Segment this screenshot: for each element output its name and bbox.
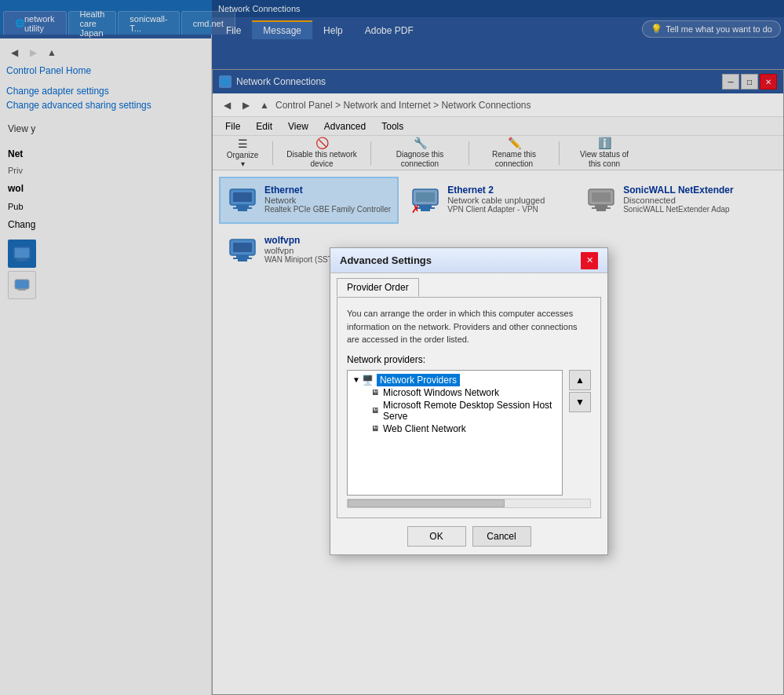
tree-child-2[interactable]: 🖥 Web Client Network (368, 422, 557, 435)
dialog-close-btn[interactable]: ✕ (581, 252, 598, 269)
ok-btn[interactable]: OK (407, 526, 466, 547)
providers-label: Network providers: (347, 354, 591, 365)
tree-root-row: ▼ 🖥️ Network Providers (352, 374, 557, 386)
providers-area: ▼ 🖥️ Network Providers 🖥 Microsoft Windo… (347, 370, 591, 496)
tree-view[interactable]: ▼ 🖥️ Network Providers 🖥 Microsoft Windo… (347, 370, 563, 496)
tree-root-label: Network Providers (380, 375, 457, 386)
dialog-footer: OK Cancel (330, 518, 607, 554)
tree-expand-icon[interactable]: ▼ (352, 375, 360, 384)
move-up-btn[interactable]: ▲ (569, 370, 591, 390)
tree-child-1[interactable]: 🖥 Microsoft Remote Desktop Session Host … (368, 399, 557, 422)
dialog-title-text: Advanced Settings (340, 254, 432, 266)
dialog-tabs: Provider Order (330, 273, 607, 297)
tree-child-1-label: Microsoft Remote Desktop Session Host Se… (383, 400, 554, 422)
scrollbar-thumb[interactable] (348, 499, 505, 507)
advanced-settings-dialog: Advanced Settings ✕ Provider Order You c… (330, 247, 608, 555)
tree-child-0[interactable]: 🖥 Microsoft Windows Network (368, 386, 557, 399)
dialog-body: You can arrange the order in which this … (337, 297, 601, 518)
tree-child-1-icon: 🖥 (371, 406, 379, 415)
tree-child-0-label: Microsoft Windows Network (383, 387, 499, 398)
tree-root: ▼ 🖥️ Network Providers 🖥 Microsoft Windo… (349, 372, 560, 437)
tree-children: 🖥 Microsoft Windows Network 🖥 Microsoft … (352, 386, 557, 435)
tree-folder-icon: 🖥️ (362, 375, 374, 386)
tab-provider-order[interactable]: Provider Order (337, 278, 419, 297)
tree-child-0-icon: 🖥 (371, 388, 379, 397)
up-down-buttons: ▲ ▼ (569, 370, 591, 496)
tree-child-2-label: Web Client Network (383, 423, 466, 434)
dialog-overlay: Advanced Settings ✕ Provider Order You c… (0, 0, 784, 695)
tree-root-item[interactable]: Network Providers (377, 374, 460, 386)
tree-child-2-icon: 🖥 (371, 424, 379, 433)
dialog-title-bar: Advanced Settings ✕ (330, 248, 607, 273)
dialog-description: You can arrange the order in which this … (347, 307, 591, 346)
horizontal-scrollbar[interactable] (347, 499, 591, 508)
cancel-btn[interactable]: Cancel (472, 526, 531, 547)
move-down-btn[interactable]: ▼ (569, 392, 591, 412)
